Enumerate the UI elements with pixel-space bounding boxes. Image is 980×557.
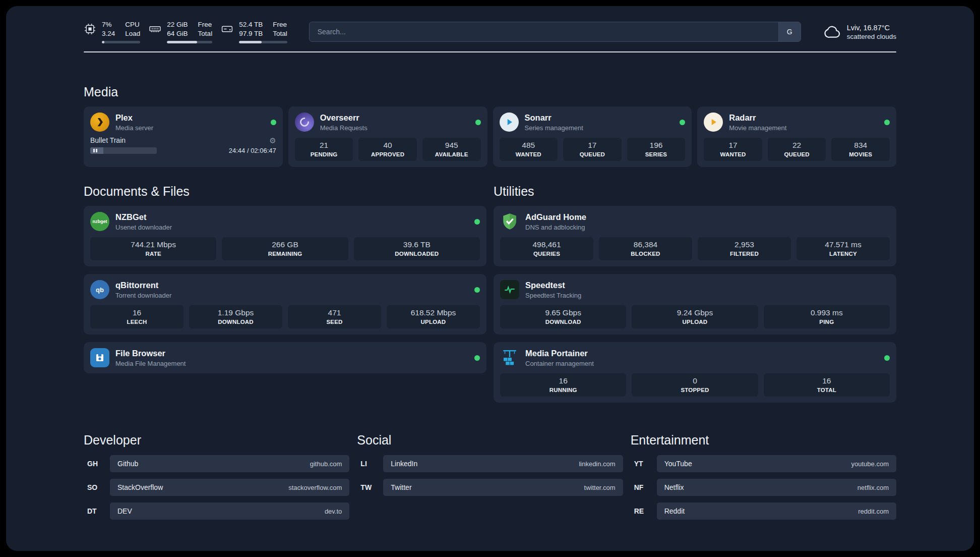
stat-label: QUERIES: [502, 251, 591, 257]
bookmark-youtube[interactable]: YT YouTube youtube.com: [631, 455, 896, 472]
media-grid: Plex Media server Bullet Train ⚙: [84, 106, 896, 167]
service-card-filebrowser[interactable]: File Browser Media File Management: [84, 342, 486, 373]
bookmark-bar: Twitter twitter.com: [383, 479, 623, 496]
now-playing-title: Bullet Train: [90, 136, 126, 144]
service-card-portainer[interactable]: Media Portainer Container management 16 …: [494, 342, 896, 403]
stat-label: PENDING: [297, 151, 351, 157]
service-name: Radarr: [729, 113, 786, 123]
memory-free-label: Free: [198, 20, 213, 29]
service-card-overseerr[interactable]: Overseerr Media Requests 21 PENDING 40 A…: [288, 106, 487, 167]
stat-value: 16: [92, 308, 181, 317]
cpu-load-value: 3.24: [102, 29, 115, 38]
bookmark-url: netflix.com: [858, 484, 889, 491]
bookmark-bar: StackOverflow stackoverflow.com: [110, 479, 349, 496]
stat-tile: 471 SEED: [288, 305, 381, 328]
stat-label: LATENCY: [799, 251, 888, 257]
stat-label: AVAILABLE: [424, 151, 479, 157]
service-description: Media server: [115, 124, 153, 132]
stat-tile: 16 RUNNING: [500, 373, 626, 397]
disk-widget: 52.4 TB 97.9 TB Free Total: [221, 20, 287, 43]
service-card-speedtest[interactable]: Speedtest Speedtest Tracking 9.65 Gbps D…: [494, 274, 896, 335]
stat-tile: 744.21 Mbps RATE: [90, 237, 216, 260]
status-dot: [680, 120, 685, 125]
bookmark-url: youtube.com: [851, 460, 889, 468]
bookmark-github[interactable]: GH Github github.com: [84, 455, 349, 472]
playback-progress-bar[interactable]: [90, 147, 157, 154]
sonarr-icon: [500, 113, 519, 132]
weather-condition: scattered clouds: [847, 33, 896, 40]
bookmark-reddit[interactable]: RE Reddit reddit.com: [631, 503, 896, 520]
stat-label: APPROVED: [360, 151, 415, 157]
section-documents: Documents & Files nzbget NZBGet Usenet d…: [84, 184, 486, 373]
stat-value: 17: [565, 141, 620, 150]
bookmark-rows: YT YouTube youtube.com NF Netflix netfli…: [631, 455, 896, 520]
stat-tile: 22 QUEUED: [768, 138, 826, 161]
stat-label: SERIES: [629, 151, 684, 157]
cpu-label: CPU: [125, 20, 140, 29]
stat-label: WANTED: [502, 151, 556, 157]
stat-tile: 196 SERIES: [627, 138, 686, 161]
cpu-widget: 7% 3.24 CPU Load: [84, 20, 140, 43]
bookmark-group-developer: Developer GH Github github.com SO StackO…: [84, 433, 349, 520]
stat-value: 9.65 Gbps: [502, 308, 624, 317]
service-description: Movie management: [729, 124, 786, 132]
bookmark-twitter[interactable]: TW Twitter twitter.com: [357, 479, 623, 496]
stat-value: 266 GB: [224, 240, 346, 249]
adguard-icon: [500, 212, 519, 231]
cpu-meter-fill: [102, 41, 104, 43]
bookmark-netflix[interactable]: NF Netflix netflix.com: [631, 479, 896, 496]
service-card-qbittorrent[interactable]: qb qBittorrent Torrent downloader 16: [84, 274, 486, 335]
stat-tile: 86,384 BLOCKED: [599, 237, 692, 260]
stat-tile: 9.24 Gbps UPLOAD: [632, 305, 758, 328]
bookmark-url: stackoverflow.com: [288, 484, 342, 491]
stat-label: UPLOAD: [634, 319, 756, 325]
stat-value: 618.52 Mbps: [389, 308, 478, 317]
service-card-sonarr[interactable]: Sonarr Series management 485 WANTED 17 Q…: [493, 106, 692, 167]
stat-value: 945: [424, 141, 479, 150]
bookmark-stackoverflow[interactable]: SO StackOverflow stackoverflow.com: [84, 479, 349, 496]
stat-row: 744.21 Mbps RATE 266 GB REMAINING 39.6 T…: [90, 237, 480, 260]
service-description: Container management: [525, 360, 594, 367]
bookmark-group-social: Social LI LinkedIn linkedin.com TW Twitt…: [357, 433, 623, 520]
service-description: Torrent downloader: [115, 292, 171, 299]
stat-value: 39.6 TB: [356, 240, 478, 249]
service-card-radarr[interactable]: Radarr Movie management 17 WANTED 22 QUE…: [697, 106, 896, 167]
stat-row: 485 WANTED 17 QUEUED 196 SERIES: [500, 138, 686, 161]
service-name: Overseerr: [320, 113, 368, 123]
service-name: AdGuard Home: [525, 212, 586, 222]
service-card-nzbget[interactable]: nzbget NZBGet Usenet downloader 744.21 M…: [84, 206, 486, 266]
service-name: Plex: [115, 113, 153, 123]
search-engine-button[interactable]: G: [778, 22, 801, 41]
stat-label: REMAINING: [224, 251, 346, 257]
bookmark-bar: DEV dev.to: [110, 503, 349, 520]
qbittorrent-icon-text: qb: [96, 286, 104, 294]
stat-label: STOPPED: [634, 387, 756, 393]
service-card-plex[interactable]: Plex Media server Bullet Train ⚙: [84, 106, 283, 167]
stat-value: 2,953: [700, 240, 789, 249]
bookmark-bar: Reddit reddit.com: [657, 503, 896, 520]
pause-icon[interactable]: [93, 149, 97, 152]
memory-free-value: 22 GiB: [167, 20, 188, 29]
stat-tile: 485 WANTED: [500, 138, 558, 161]
bookmark-url: github.com: [310, 460, 342, 468]
gear-icon[interactable]: ⚙: [269, 137, 276, 144]
service-card-adguard[interactable]: AdGuard Home DNS and adblocking 498,461 …: [494, 206, 896, 266]
status-dot: [884, 355, 890, 361]
bookmarks-section: Developer GH Github github.com SO StackO…: [84, 433, 896, 520]
stat-value: 834: [833, 141, 888, 150]
disk-meter-fill: [239, 41, 262, 43]
status-dot: [475, 120, 481, 125]
stat-tile: 16 TOTAL: [764, 373, 890, 397]
bookmark-group-title: Social: [357, 433, 623, 448]
disk-total-value: 97.9 TB: [239, 29, 263, 38]
stat-row: 498,461 QUERIES 86,384 BLOCKED 2,953 FIL…: [500, 237, 890, 260]
service-description: Series management: [525, 124, 583, 132]
bookmark-rows: GH Github github.com SO StackOverflow st…: [84, 455, 349, 520]
cpu-icon: [84, 23, 96, 35]
search-input[interactable]: [310, 22, 778, 41]
cloud-icon: [823, 23, 841, 41]
bookmark-linkedin[interactable]: LI LinkedIn linkedin.com: [357, 455, 623, 472]
bookmark-dev[interactable]: DT DEV dev.to: [84, 503, 349, 520]
bookmark-url: linkedin.com: [579, 460, 615, 468]
disk-total-label: Total: [273, 29, 287, 38]
